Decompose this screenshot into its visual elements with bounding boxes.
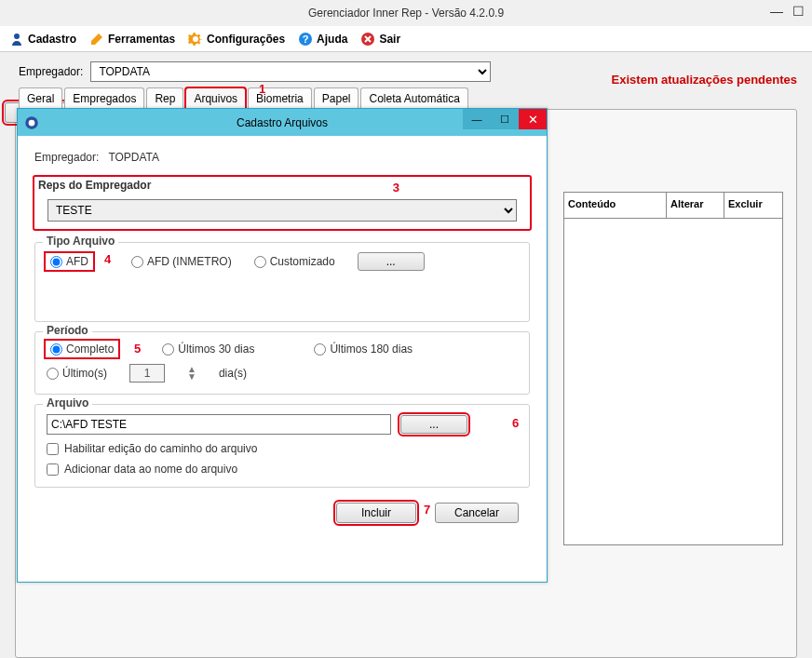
tools-icon — [89, 32, 104, 47]
exit-icon — [360, 32, 375, 47]
employer-select[interactable]: TOPDATA — [90, 61, 491, 82]
tab-geral[interactable]: Geral — [19, 87, 62, 109]
window-title: Gerenciador Inner Rep - Versão 4.2.0.9 — [308, 7, 504, 20]
svg-text:?: ? — [303, 34, 309, 45]
tipo-browse-button[interactable]: ... — [358, 252, 425, 271]
dlg-incluir-button[interactable]: Incluir — [336, 503, 416, 523]
periodo-fieldset: Período Completo 5 Últimos 30 dias Últim… — [34, 331, 530, 395]
dialog-titlebar[interactable]: Cadastro Arquivos — ☐ ✕ — [18, 109, 547, 136]
chk-edit-path-input[interactable] — [47, 443, 59, 455]
dlg-employer-label: Empregador: — [34, 151, 99, 164]
maximize-icon[interactable]: ☐ — [792, 4, 805, 19]
menu-ferramentas[interactable]: Ferramentas — [89, 32, 175, 47]
radio-ultimos180[interactable] — [314, 343, 326, 356]
radio-afd[interactable] — [50, 256, 62, 268]
radio-customizado[interactable] — [254, 256, 266, 268]
minimize-icon[interactable]: — — [770, 4, 783, 19]
dlg-employer-value: TOPDATA — [108, 151, 159, 164]
radio-afd-wrap[interactable]: AFD — [47, 254, 92, 269]
dialog-title-text: Cadastro Arquivos — [237, 116, 328, 129]
radio-afd-inmetro-wrap[interactable]: AFD (INMETRO) — [131, 255, 232, 268]
arquivo-legend: Arquivo — [43, 396, 92, 410]
annotation-3: 3 — [393, 181, 399, 195]
reps-select[interactable]: TESTE — [47, 199, 517, 222]
tab-empregados[interactable]: Empregados — [64, 87, 144, 109]
radio-ultimos30[interactable] — [162, 343, 174, 356]
arquivo-fieldset: Arquivo ... 6 Habilitar edição do caminh… — [34, 404, 530, 488]
radio-ultimoN[interactable] — [47, 368, 59, 380]
tab-biometria[interactable]: Biometria — [248, 87, 312, 109]
annotation-4: 4 — [104, 252, 111, 266]
pending-updates-msg: Existem atualizações pendentes — [612, 73, 797, 87]
chk-add-date[interactable]: Adicionar data ao nome do arquivo — [47, 463, 518, 476]
bg-table: Conteúdo Alterar Excluir — [563, 192, 783, 545]
ultimoN-spinner[interactable] — [129, 364, 165, 383]
radio-ultimos180-wrap[interactable]: Últimos 180 dias — [314, 342, 413, 356]
tab-coleta[interactable]: Coleta Automática — [360, 87, 467, 109]
radio-afd-inmetro[interactable] — [131, 256, 143, 268]
svg-point-4 — [29, 119, 35, 126]
window-titlebar: Gerenciador Inner Rep - Versão 4.2.0.9 —… — [0, 0, 812, 26]
annotation-7: 7 — [424, 503, 430, 517]
radio-completo[interactable] — [50, 343, 62, 356]
chk-add-date-input[interactable] — [47, 463, 59, 476]
menu-ajuda[interactable]: ? Ajuda — [298, 32, 347, 47]
menubar: Cadastro Ferramentas Configurações ? Aju… — [0, 26, 812, 52]
reps-legend: Reps do Empregador — [38, 179, 151, 192]
menu-sair[interactable]: Sair — [360, 32, 400, 47]
chk-edit-path[interactable]: Habilitar edição do caminho do arquivo — [47, 442, 518, 455]
col-conteudo: Conteúdo — [564, 193, 667, 218]
tab-papel[interactable]: Papel — [314, 87, 359, 109]
person-icon — [9, 32, 24, 47]
tab-arquivos[interactable]: Arquivos — [185, 87, 246, 109]
dialog-close-button[interactable]: ✕ — [519, 109, 547, 129]
spinner-arrows-icon[interactable]: ▲▼ — [187, 366, 196, 381]
periodo-legend: Período — [43, 324, 92, 337]
dialog-cadastro-arquivos: Cadastro Arquivos — ☐ ✕ Empregador: TOPD… — [17, 108, 548, 583]
tab-rep[interactable]: Rep — [146, 87, 183, 109]
arquivo-browse-button[interactable]: ... — [400, 415, 467, 434]
radio-ultimos30-wrap[interactable]: Últimos 30 dias — [162, 342, 254, 356]
dialog-minimize-button[interactable]: — — [463, 109, 491, 129]
radio-completo-wrap[interactable]: Completo — [47, 342, 117, 356]
col-excluir: Excluir — [724, 193, 782, 218]
annotation-6: 6 — [512, 416, 519, 430]
radio-ultimoN-wrap[interactable]: Último(s) — [47, 367, 107, 380]
radio-customizado-wrap[interactable]: Customizado — [254, 255, 335, 268]
menu-cadastro[interactable]: Cadastro — [9, 32, 76, 47]
tipo-legend: Tipo Arquivo — [43, 235, 118, 248]
annotation-5: 5 — [134, 342, 141, 356]
col-alterar: Alterar — [667, 193, 724, 218]
tipo-fieldset: Tipo Arquivo AFD 4 AFD (INMETRO) Customi… — [34, 242, 530, 322]
gear-icon — [188, 32, 203, 47]
annotation-1: 1 — [259, 82, 265, 96]
arquivo-path-input[interactable] — [47, 414, 391, 435]
help-icon: ? — [298, 32, 313, 47]
dlg-cancelar-button[interactable]: Cancelar — [435, 503, 519, 523]
app-icon — [23, 114, 40, 131]
employer-label: Empregador: — [19, 65, 83, 78]
dialog-maximize-button[interactable]: ☐ — [491, 109, 519, 129]
menu-configuracoes[interactable]: Configurações — [188, 32, 285, 47]
